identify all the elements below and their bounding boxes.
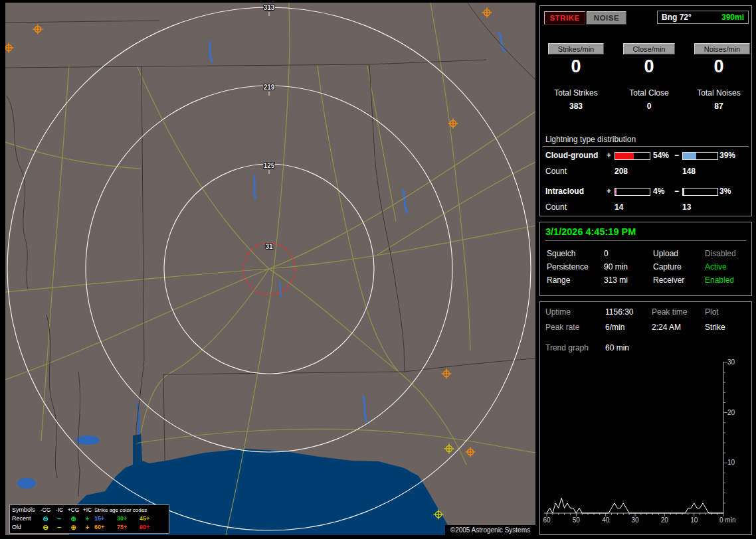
receiver-label: Receiver [653, 275, 684, 285]
plus-sign: + [607, 187, 611, 196]
counter-section: STRIKE NOISE Bng 72° 390mi Strikes/min C… [539, 5, 752, 216]
cg-plus-pct: 54% [653, 151, 669, 160]
bearing-range-box: Bng 72° 390mi [657, 11, 749, 24]
trend-graph: 30 20 10 60 50 40 30 20 10 0 min [540, 358, 751, 536]
plot-value: Strike [705, 323, 725, 332]
cg-plus-bar [614, 152, 650, 160]
peak-rate-label: Peak rate [545, 323, 579, 332]
trend-graph-label: Trend graph [545, 343, 589, 352]
x-tick-20: 20 [661, 516, 669, 524]
pos-ic-recent-icon: + [80, 514, 94, 523]
neg-ic-recent-icon: − [52, 514, 66, 523]
map-canvas: 313 219 125 31 [5, 3, 535, 535]
stats-row-1: Uptime 1156:30 Peak time Plot [540, 307, 751, 318]
cg-minus-bar [682, 152, 718, 160]
ic-minus-bar [682, 188, 718, 196]
distribution-title: Lightning type distribution [545, 135, 636, 144]
strikes-per-min-label: Strikes/min [548, 43, 604, 54]
ring-label-219: 219 [264, 84, 275, 91]
trend-tick-labels: 30 20 10 60 50 40 30 20 10 0 min [543, 358, 735, 524]
intracloud-label: Intracloud [545, 187, 584, 196]
close-per-min-label: Close/min [623, 43, 675, 54]
pos-cg-recent-icon: ⊕ [66, 514, 80, 523]
legend-age-header: Strike age color codes [94, 506, 166, 514]
peak-time-label: Peak time [652, 307, 687, 317]
trend-tick-marks [547, 362, 727, 516]
total-close-value: 0 [613, 102, 685, 111]
ring-label-125: 125 [264, 162, 275, 169]
total-strikes-value: 383 [540, 102, 612, 111]
upload-status: Disabled [705, 249, 736, 258]
total-noises-value: 87 [686, 102, 751, 111]
stats-row-2: Peak rate 6/min 2:24 AM Strike [540, 323, 751, 333]
persistence-label: Persistence [547, 262, 589, 271]
noises-per-min-label: Noises/min [694, 43, 750, 54]
total-close-label: Total Close [613, 88, 685, 98]
legend-col-pos-ic: +IC [80, 506, 94, 514]
age-60: 60+ [94, 523, 117, 532]
legend-old-label: Old [12, 523, 39, 532]
capture-label: Capture [653, 262, 682, 271]
y-tick-10: 10 [727, 459, 735, 466]
ic-minus-pct: 3% [719, 187, 731, 196]
x-tick-50: 50 [573, 516, 581, 524]
legend-symbols-header: Symbols [12, 506, 39, 514]
x-axis-end-label: 0 min [719, 516, 735, 524]
neg-cg-recent-icon: ⊖ [39, 514, 52, 523]
y-tick-20: 20 [727, 409, 735, 416]
minus-sign: − [674, 151, 679, 160]
minus-sign: − [674, 187, 679, 196]
stats-section: Uptime 1156:30 Peak time Plot Peak rate … [539, 301, 752, 535]
upload-label: Upload [653, 249, 678, 258]
pos-ic-old-icon: + [80, 523, 94, 532]
ic-count-label: Count [545, 202, 567, 212]
status-row-squelch: Squelch 0 Upload Disabled [540, 249, 751, 260]
range-value: 313 mi [604, 275, 628, 285]
y-tick-30: 30 [727, 358, 735, 366]
legend-col-neg-ic: -IC [52, 506, 66, 514]
divider [543, 146, 749, 147]
x-tick-30: 30 [631, 516, 639, 524]
trend-axes-lines [544, 362, 723, 513]
ic-plus-bar [614, 188, 650, 196]
ic-minus-bar-fill [683, 189, 684, 195]
uptime-value: 1156:30 [605, 307, 634, 317]
legend-recent-row: Recent ⊖ − ⊕ + 15+ 30+ 45+ [12, 514, 167, 523]
legend-old-row: Old ⊖ − ⊕ + 60+ 75+ 90+ [12, 523, 167, 532]
bearing-value: Bng 72° [662, 13, 692, 22]
strike-button[interactable]: STRIKE [544, 11, 585, 25]
cg-minus-pct: 39% [719, 151, 735, 160]
stats-row-3: Trend graph 60 min [540, 343, 751, 354]
noises-per-min-value: 0 [686, 56, 751, 77]
capture-status: Active [705, 262, 727, 271]
noise-button[interactable]: NOISE [587, 11, 626, 25]
strike-map[interactable]: 313 219 125 31 Symbols -CG -IC +CG +IC S… [5, 3, 535, 535]
ic-plus-bar-fill [615, 189, 616, 195]
neg-cg-old-icon: ⊖ [39, 523, 52, 532]
persistence-value: 90 min [604, 262, 628, 271]
range-label: Range [547, 275, 570, 285]
cg-count-label: Count [545, 167, 567, 176]
age-90: 90+ [140, 523, 162, 532]
legend-col-neg-cg: -CG [39, 506, 52, 514]
age-15: 15+ [94, 514, 117, 523]
x-tick-60: 60 [543, 516, 551, 524]
peak-time-value: 2:24 AM [652, 323, 681, 332]
cg-plus-count: 208 [614, 167, 628, 176]
plus-sign: + [607, 151, 611, 160]
total-strikes-label: Total Strikes [540, 88, 612, 98]
plot-label: Plot [705, 307, 719, 317]
ic-plus-pct: 4% [653, 187, 664, 196]
trend-data-line [547, 498, 723, 513]
receiver-status: Enabled [705, 275, 734, 285]
status-section: 3/1/2026 4:45:19 PM Squelch 0 Upload Dis… [539, 222, 752, 296]
status-row-persistence: Persistence 90 min Capture Active [540, 262, 751, 273]
status-row-range: Range 313 mi Receiver Enabled [540, 275, 751, 286]
pos-cg-old-icon: ⊕ [66, 523, 80, 532]
x-tick-40: 40 [602, 516, 610, 524]
cg-minus-count: 148 [682, 167, 696, 176]
x-tick-10: 10 [690, 516, 698, 524]
legend-col-pos-cg: +CG [66, 506, 80, 514]
age-30: 30+ [117, 514, 140, 523]
cg-plus-bar-fill [615, 153, 634, 159]
